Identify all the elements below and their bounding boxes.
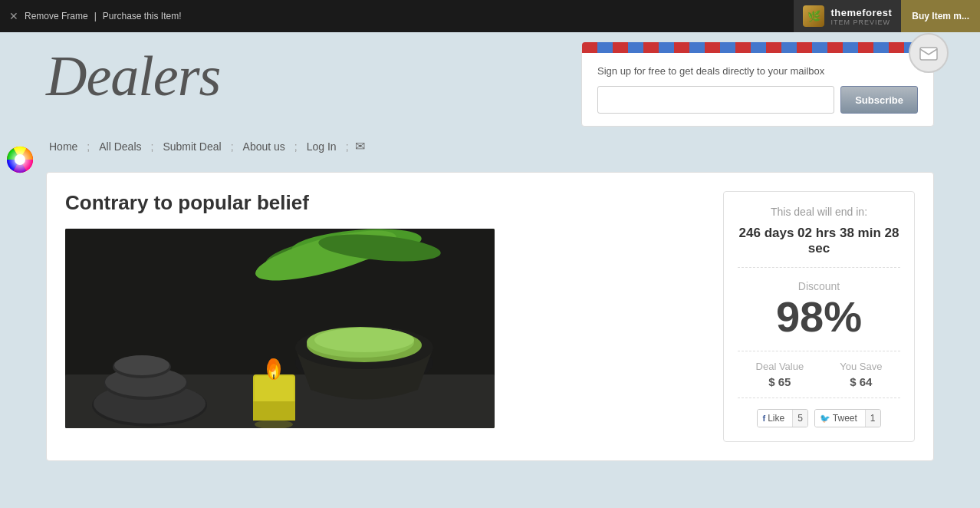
mail-icon[interactable]: ✉ (355, 139, 365, 153)
left-content: Contrary to popular belief (65, 191, 708, 442)
discount-label: Discount (738, 280, 900, 292)
newsletter-banner (582, 42, 933, 53)
logo-area: Dealers (46, 48, 220, 104)
nav-all-deals[interactable]: All Deals (96, 140, 144, 153)
twitter-tweet-button[interactable]: 🐦 Tweet 1 (814, 409, 881, 427)
twitter-icon: 🐦 (820, 414, 830, 424)
nav-sep-5: ; (346, 140, 349, 153)
banner-stripe-red1 (582, 42, 597, 53)
themeforest-logo-text: themeforest ITEM PREVIEW (830, 7, 892, 26)
twitter-tweet-label: 🐦 Tweet (815, 410, 862, 427)
newsletter-box: Sign up for free to get deals directly t… (581, 48, 934, 127)
themeforest-logo: 🌿 themeforest ITEM PREVIEW (794, 0, 901, 32)
email-input[interactable] (597, 86, 834, 114)
discount-value: 98% (738, 295, 900, 338)
banner-stripe-blue6 (751, 42, 766, 53)
buy-item-button[interactable]: Buy Item m... (901, 0, 980, 32)
content-section: Contrary to popular belief (46, 172, 934, 461)
deal-value-col: Deal Value $ 65 (756, 361, 804, 388)
banner-stripe-blue10 (873, 42, 889, 53)
deal-value-amount: $ 65 (756, 375, 804, 388)
banner-stripe-blue1 (597, 42, 613, 53)
deal-title: Contrary to popular belief (65, 191, 708, 215)
svg-point-27 (268, 358, 276, 372)
nav-sep-3: ; (231, 140, 234, 153)
banner-stripe-red2 (613, 42, 628, 53)
banner-stripe-red5 (705, 42, 720, 53)
banner-stripe-red3 (643, 42, 659, 53)
top-bar-left: ✕ Remove Frame | Purchase this Item! (9, 10, 182, 22)
newsletter-icon (909, 33, 949, 73)
deal-image-container (65, 229, 495, 428)
banner-stripe-red10 (858, 42, 873, 53)
themeforest-sub: ITEM PREVIEW (830, 18, 892, 26)
banner-stripe-blue7 (781, 42, 797, 53)
deal-ends-label: This deal will end in: (738, 206, 900, 218)
nav-submit-deal[interactable]: Submit Deal (159, 140, 224, 153)
facebook-like-label: f Like (758, 410, 789, 427)
main-wrapper: Dealers (0, 32, 980, 477)
banner-stripe-red11 (889, 42, 904, 53)
banner-stripe-blue8 (812, 42, 827, 53)
nav-sep-2: ; (151, 140, 154, 153)
deal-value-label: Deal Value (756, 361, 804, 372)
you-save-label: You Save (840, 361, 882, 372)
deal-image (65, 229, 495, 428)
svg-point-2 (15, 154, 25, 165)
banner-stripe-red9 (827, 42, 843, 53)
purchase-item-button[interactable]: Purchase this Item! (103, 11, 182, 21)
remove-frame-button[interactable]: Remove Frame (25, 11, 88, 21)
nav-sep-4: ; (294, 140, 298, 153)
banner-stripe-blue2 (628, 42, 643, 53)
nav-login[interactable]: Log In (304, 140, 340, 153)
nav: Home ; All Deals ; Submit Deal ; About u… (46, 139, 934, 153)
you-save-amount: $ 64 (840, 375, 882, 388)
svg-rect-3 (920, 48, 937, 60)
top-bar: ✕ Remove Frame | Purchase this Item! 🌿 t… (0, 0, 980, 32)
banner-stripe-blue3 (659, 42, 674, 53)
top-bar-right: 🌿 themeforest ITEM PREVIEW Buy Item m... (794, 0, 980, 32)
close-icon[interactable]: ✕ (9, 10, 18, 22)
deal-values: Deal Value $ 65 You Save $ 64 (738, 351, 900, 398)
header: Dealers (46, 48, 934, 127)
facebook-icon: f (762, 414, 765, 423)
twitter-tweet-count: 1 (865, 410, 880, 427)
banner-stripe-blue4 (689, 42, 705, 53)
banner-stripe-red8 (797, 42, 812, 53)
newsletter-form: Subscribe (597, 86, 918, 114)
separator: | (94, 11, 97, 21)
facebook-like-button[interactable]: f Like 5 (757, 409, 807, 427)
logo-text: Dealers (46, 48, 220, 104)
newsletter-text: Sign up for free to get deals directly t… (597, 65, 918, 77)
banner-stripe-blue5 (720, 42, 735, 53)
social-buttons: f Like 5 🐦 Tweet 1 (738, 409, 900, 427)
tweet-text: Tweet (833, 413, 857, 424)
subscribe-button[interactable]: Subscribe (840, 86, 918, 114)
banner-stripe-red6 (735, 42, 751, 53)
like-text: Like (768, 413, 784, 424)
nav-home[interactable]: Home (46, 140, 81, 153)
banner-stripe-blue9 (843, 42, 858, 53)
deal-sidebar: This deal will end in: 246 days 02 hrs 3… (723, 191, 915, 442)
facebook-like-count: 5 (792, 410, 807, 427)
deal-timer: 246 days 02 hrs 38 min 28 sec (738, 226, 900, 268)
themeforest-name: themeforest (830, 7, 892, 18)
nav-about-us[interactable]: About us (240, 140, 288, 153)
color-wheel (6, 146, 34, 173)
you-save-col: You Save $ 64 (840, 361, 882, 388)
svg-point-11 (114, 355, 169, 375)
nav-sep-1: ; (87, 140, 90, 153)
themeforest-logo-icon: 🌿 (803, 5, 824, 27)
banner-stripe-red7 (766, 42, 781, 53)
banner-stripe-red4 (674, 42, 689, 53)
svg-rect-23 (253, 401, 295, 421)
svg-point-20 (314, 328, 414, 352)
